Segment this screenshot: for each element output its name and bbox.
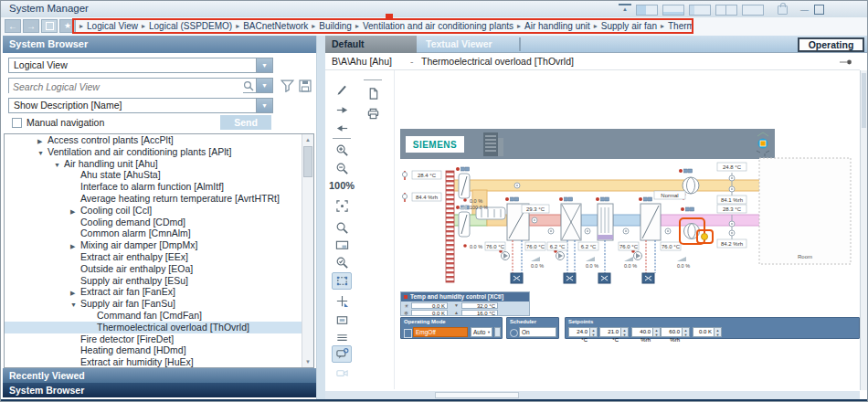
filter-funnel-icon[interactable] (281, 79, 294, 92)
tree-item[interactable]: Cooling demand [CDmd] (5, 217, 302, 228)
setpoint-value[interactable]: 40.0 %rh (631, 327, 653, 337)
pan-crosshair-icon[interactable] (332, 292, 352, 310)
breadcrumb-item[interactable]: Logical (SSPDEMO) (149, 21, 232, 31)
tab-textual-viewer[interactable]: Textual Viewer (417, 36, 519, 53)
tree-item[interactable]: ▼Ventilation and air conditioning plants… (5, 146, 302, 158)
layout-single-icon[interactable] (742, 5, 764, 16)
layout-bottom-icon[interactable] (662, 5, 684, 16)
tree-item[interactable]: Supply air enthalpy [ESu] (5, 275, 302, 287)
forward-step-icon[interactable] (332, 101, 352, 119)
search-input[interactable] (9, 79, 243, 94)
heat-recovery-coil[interactable] (554, 197, 581, 283)
tree-item[interactable]: Thermoelectrical overload [ThOvrld] (5, 322, 302, 333)
panel-splitter[interactable] (316, 36, 325, 399)
tree-item[interactable]: ▼Supply air fan [FanSu] (5, 298, 302, 310)
send-button[interactable]: Send (220, 115, 271, 130)
magnifier-icon[interactable] (332, 219, 352, 237)
breadcrumb-item[interactable]: BACnetNetwork (243, 21, 308, 31)
setpoint-spinner[interactable]: 0.0 K▲▼ (693, 327, 722, 337)
breadcrumb-item[interactable]: Building (319, 21, 352, 31)
collapse-panel-icon[interactable]: ▲ (619, 4, 631, 16)
forward-button[interactable]: → (23, 19, 39, 33)
breadcrumb-item[interactable]: Logical View (87, 21, 138, 31)
tree-item[interactable]: ▼Air handling unit [Ahu] (5, 158, 302, 170)
history-button[interactable] (41, 19, 58, 33)
zoom-out-icon[interactable] (332, 160, 352, 177)
operating-mode-value[interactable]: EmgOff (413, 327, 468, 337)
zoom-select-icon[interactable] (332, 254, 352, 271)
back-button[interactable]: ← (5, 19, 21, 33)
fit-view-icon[interactable] (332, 197, 352, 215)
recently-viewed-bar[interactable]: Recently Viewed (3, 368, 316, 383)
tree-item[interactable]: Fire detector [FireDet] (5, 333, 302, 345)
tree-open-arrow-icon[interactable]: ▼ (54, 160, 64, 172)
pin-icon[interactable] (840, 59, 852, 65)
scheduler-value[interactable]: On (519, 327, 556, 337)
cooling-coil[interactable] (631, 197, 661, 283)
tree-item[interactable]: Command fan [CmdFan] (5, 310, 302, 322)
page-icon[interactable] (363, 85, 383, 102)
tree-open-arrow-icon[interactable]: ▼ (37, 148, 48, 160)
tree-item[interactable]: Extract air humidity [HuEx] (5, 356, 302, 368)
layout-grid-icon[interactable] (715, 5, 737, 16)
zoom-in-icon[interactable] (332, 142, 352, 159)
edit-pencil-icon[interactable] (332, 80, 352, 98)
view-select[interactable]: Logical View ▼ (8, 58, 273, 73)
tab-default[interactable]: Default (325, 36, 417, 53)
tree-item[interactable]: Ahu state [AhuSta] (5, 169, 302, 181)
scrollbar-thumb[interactable] (435, 392, 519, 398)
setpoint-value[interactable]: 0.0 K (693, 327, 715, 337)
operating-mode-select[interactable]: Auto▼ (471, 327, 492, 337)
scroll-up-icon[interactable]: ▲ (302, 134, 313, 145)
zoom-level[interactable]: 100% (328, 180, 355, 191)
overview-window-icon[interactable] (332, 237, 352, 254)
chevron-down-icon[interactable]: ▼ (256, 99, 272, 112)
breadcrumb-item[interactable]: Ventilation and air conditioning plants (363, 21, 513, 31)
save-icon[interactable] (299, 79, 312, 92)
mode-edit-button[interactable] (494, 327, 501, 337)
scroll-down-icon[interactable]: ▼ (302, 356, 313, 367)
setpoint-value[interactable]: 24.0 °C (568, 327, 590, 337)
tree-open-arrow-icon[interactable]: ▼ (70, 300, 80, 312)
tree-item[interactable]: ▶Mixing air damper [DmpMx] (5, 239, 302, 251)
vertical-scrollbar[interactable] (860, 70, 867, 390)
display-mode-select[interactable]: Show Description [Name] ▼ (8, 98, 273, 113)
scrollbar-thumb[interactable] (862, 73, 866, 128)
print-icon[interactable] (363, 105, 383, 122)
comment-icon[interactable] (332, 345, 352, 363)
setpoint-spinner[interactable]: 60.0 %rh▲▼ (661, 327, 690, 337)
temp-humidity-controller[interactable]: Temp and humidity control [XCtl] ☀ 0.0 K… (400, 291, 530, 316)
tree-item[interactable]: Average heating return temperature [Avrt… (5, 193, 302, 205)
spinner-arrows-icon[interactable]: ▲▼ (683, 327, 690, 337)
tree-item[interactable]: ▶Access control plants [AccPlt] (5, 134, 302, 146)
layout-split-left-icon[interactable] (636, 5, 658, 16)
search-dropdown-icon[interactable]: ▼ (256, 79, 272, 92)
breadcrumb-item[interactable]: Thermoelectrical overload (668, 21, 693, 31)
layers-icon[interactable] (332, 329, 352, 346)
tree-item[interactable]: Extract air enthalpy [EEx] (5, 251, 302, 263)
system-browser-bar[interactable]: System Browser (3, 383, 316, 397)
minimize-button[interactable]: — (799, 5, 810, 15)
breadcrumb-item[interactable]: Supply air fan (601, 21, 657, 31)
spinner-arrows-icon[interactable]: ▲▼ (590, 327, 598, 337)
breadcrumb-item[interactable]: Air handling unit (524, 21, 590, 31)
setpoint-spinner[interactable]: 21.0 °C▲▼ (599, 327, 629, 337)
maximize-button[interactable] (814, 5, 824, 15)
setpoint-spinner[interactable]: 24.0 °C▲▼ (568, 327, 598, 337)
selection-rect-icon[interactable] (332, 272, 352, 290)
tree-scrollbar[interactable]: ▲ ▼ (302, 134, 313, 367)
tree-item[interactable]: ▶Extract air fan [FanEx] (5, 286, 302, 298)
spinner-arrows-icon[interactable]: ▲▼ (621, 327, 629, 337)
tree-item[interactable]: Common alarm [CmnAlm] (5, 227, 302, 239)
search-box[interactable]: ▼ (8, 78, 273, 93)
setpoint-value[interactable]: 60.0 %rh (661, 327, 683, 337)
setpoint-value[interactable]: 21.0 °C (599, 327, 621, 337)
tree-item[interactable]: Outside air enthalpy [EOa] (5, 263, 302, 275)
tree-item[interactable]: ▶Cooling coil [Ccl] (5, 205, 302, 217)
layout-left-icon[interactable] (689, 5, 711, 16)
spinner-arrows-icon[interactable]: ▲▼ (715, 327, 722, 337)
chevron-down-icon[interactable]: ▼ (256, 58, 272, 72)
manual-navigation-checkbox[interactable] (12, 118, 22, 128)
snapshot-region-icon[interactable] (332, 312, 352, 329)
scrollbar-thumb[interactable] (303, 146, 312, 177)
